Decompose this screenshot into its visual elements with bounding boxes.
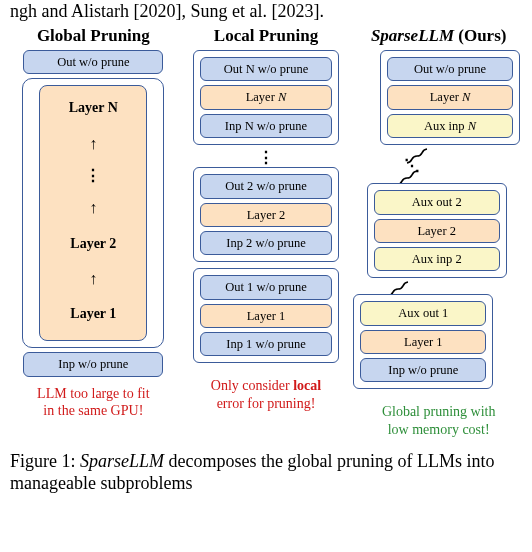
local-out-1: Out 1 w/o prune xyxy=(200,275,332,299)
col-sparsellm: SparseLLM (Ours) Out w/o prune Layer N A… xyxy=(355,26,522,438)
three-columns: Global Pruning Out w/o prune Layer N ↑ ⋮… xyxy=(8,26,524,438)
sparse-inp-1: Inp w/o prune xyxy=(360,358,486,382)
local-group-1: Out 1 w/o prune Layer 1 Inp 1 w/o prune xyxy=(193,268,339,363)
global-note: LLM too large to fit in the same GPU! xyxy=(37,385,150,420)
figure-caption: Figure 1: SparseLLM decomposes the globa… xyxy=(8,438,524,494)
local-layer-2: Layer 2 xyxy=(200,203,332,227)
sparse-note: Global pruning with low memory cost! xyxy=(382,403,496,438)
col-global-title: Global Pruning xyxy=(37,26,150,46)
local-inp-2: Inp 2 w/o prune xyxy=(200,231,332,255)
sparse-out-1: Aux out 1 xyxy=(360,301,486,325)
local-layer-n: Layer N xyxy=(200,85,332,109)
figure-page: ngh and Alistarh [2020], Sung et al. [20… xyxy=(0,0,532,552)
col-local-title: Local Pruning xyxy=(214,26,318,46)
col-global-pruning: Global Pruning Out w/o prune Layer N ↑ ⋮… xyxy=(10,26,177,438)
col-sparse-title: SparseLLM (Ours) xyxy=(371,26,507,46)
sparse-out-n: Out w/o prune xyxy=(387,57,513,81)
local-note: Only consider local error for pruning! xyxy=(211,377,321,412)
global-inner-orange: Layer N ↑ ⋮ ↑ Layer 2 ↑ Layer 1 xyxy=(39,85,147,341)
global-layer-1: Layer 1 xyxy=(70,306,116,322)
sparse-stack: Out w/o prune Layer N Aux inp N ⋱ Aux ou… xyxy=(353,50,524,395)
local-layer-1: Layer 1 xyxy=(200,304,332,328)
sparse-group-n: Out w/o prune Layer N Aux inp N xyxy=(380,50,520,145)
sparse-group-1: Aux out 1 Layer 1 Inp w/o prune xyxy=(353,294,493,389)
local-inp-n: Inp N w/o prune xyxy=(200,114,332,138)
global-out-box: Out w/o prune xyxy=(23,50,163,74)
top-cut-text: ngh and Alistarh [2020], Sung et al. [20… xyxy=(8,0,524,26)
sparse-out-2: Aux out 2 xyxy=(374,190,500,214)
sparse-inp-2: Aux inp 2 xyxy=(374,247,500,271)
global-layer-n: Layer N xyxy=(69,100,118,116)
local-out-n: Out N w/o prune xyxy=(200,57,332,81)
global-layer-2: Layer 2 xyxy=(70,236,116,252)
arrow-up-icon: ↑ xyxy=(89,272,97,286)
local-group-n: Out N w/o prune Layer N Inp N w/o prune xyxy=(193,50,339,145)
sparse-layer-1: Layer 1 xyxy=(360,330,486,354)
sparse-layer-2: Layer 2 xyxy=(374,219,500,243)
local-group-2: Out 2 w/o prune Layer 2 Inp 2 w/o prune xyxy=(193,167,339,262)
vertical-dots-icon: ⋮ xyxy=(258,151,274,167)
sparse-layer-n: Layer N xyxy=(387,85,513,109)
global-big-box: Layer N ↑ ⋮ ↑ Layer 2 ↑ Layer 1 xyxy=(22,78,164,348)
col-local-pruning: Local Pruning Out N w/o prune Layer N In… xyxy=(183,26,350,438)
sparse-inp-n: Aux inp N xyxy=(387,114,513,138)
local-inp-1: Inp 1 w/o prune xyxy=(200,332,332,356)
global-inp-box: Inp w/o prune xyxy=(23,352,163,376)
vertical-dots-icon: ⋮ xyxy=(85,171,101,181)
local-stack: Out N w/o prune Layer N Inp N w/o prune … xyxy=(183,50,350,369)
sparse-group-2: Aux out 2 Layer 2 Aux inp 2 xyxy=(367,183,507,278)
arrow-up-icon: ↑ xyxy=(89,137,97,151)
local-out-2: Out 2 w/o prune xyxy=(200,174,332,198)
arrow-up-icon: ↑ xyxy=(89,201,97,215)
